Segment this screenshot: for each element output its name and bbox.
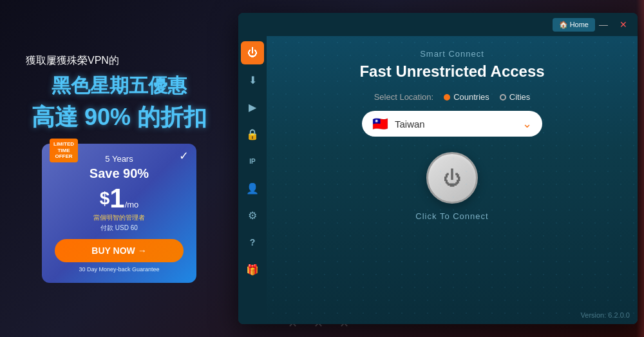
sidebar-item-lock[interactable]: 🔒: [241, 122, 264, 146]
promo-price: $1/mo: [55, 185, 184, 212]
guarantee-text: 30 Day Money-back Guarantee: [55, 266, 184, 273]
sidebar: ⏻ ⬇ ▶ 🔒 IP 👤 ⚙ ? 🎁: [238, 36, 267, 324]
country-name: Taiwan: [395, 119, 516, 130]
version-text: Version: 6.2.0.0: [581, 311, 630, 319]
world-map-bg: [267, 36, 638, 324]
ad-panel: 獲取屢獲殊榮VPN的 黑色星期五優惠 高達 90% 的折扣 LIMITED TI…: [0, 0, 238, 337]
promo-save: Save 90%: [55, 166, 184, 181]
window-controls: — ✕: [595, 18, 631, 31]
buy-now-button[interactable]: BUY NOW →: [55, 239, 184, 262]
sidebar-item-settings[interactable]: ⚙: [241, 204, 264, 227]
country-dropdown[interactable]: 🇹🇼 Taiwan ⌄: [362, 111, 542, 137]
sidebar-item-help[interactable]: ?: [241, 231, 264, 254]
ad-discount: 高達 90% 的折扣: [32, 102, 207, 133]
minimize-button[interactable]: —: [595, 18, 612, 31]
promo-note: 當個明智的管理者: [55, 213, 184, 222]
promo-card: LIMITED TIME OFFER ✓ 5 Years Save 90% $1…: [42, 144, 196, 283]
country-flag: 🇹🇼: [372, 116, 388, 131]
sidebar-item-play[interactable]: ▶: [241, 95, 264, 119]
app-body: ⏻ ⬇ ▶ 🔒 IP 👤 ⚙ ? 🎁 Smart Connect Fast Un…: [238, 36, 638, 324]
ad-subtitle: 獲取屢獲殊榮VPN的: [13, 54, 225, 68]
limited-badge: LIMITED TIME OFFER: [50, 139, 78, 162]
sidebar-item-download[interactable]: ⬇: [241, 68, 264, 91]
main-content: Smart Connect Fast Unrestricted Access S…: [267, 36, 638, 324]
sidebar-item-ip[interactable]: IP: [241, 149, 264, 173]
sidebar-item-gift[interactable]: 🎁: [241, 258, 264, 281]
home-button[interactable]: 🏠 Home: [553, 18, 595, 32]
close-button[interactable]: ✕: [616, 18, 631, 31]
promo-usd: 付款 USD 60: [55, 224, 184, 233]
ad-title: 黑色星期五優惠: [52, 73, 187, 99]
sidebar-item-power[interactable]: ⏻: [241, 41, 264, 64]
title-bar: 🏠 Home — ✕: [238, 13, 638, 36]
check-icon: ✓: [179, 149, 189, 163]
vpn-window: 🏠 Home — ✕ ⏻ ⬇ ▶ 🔒 IP 👤 ⚙ ? 🎁 Smart Conn…: [238, 13, 638, 324]
dropdown-arrow-icon: ⌄: [522, 117, 532, 131]
sidebar-item-profile[interactable]: 👤: [241, 177, 264, 200]
